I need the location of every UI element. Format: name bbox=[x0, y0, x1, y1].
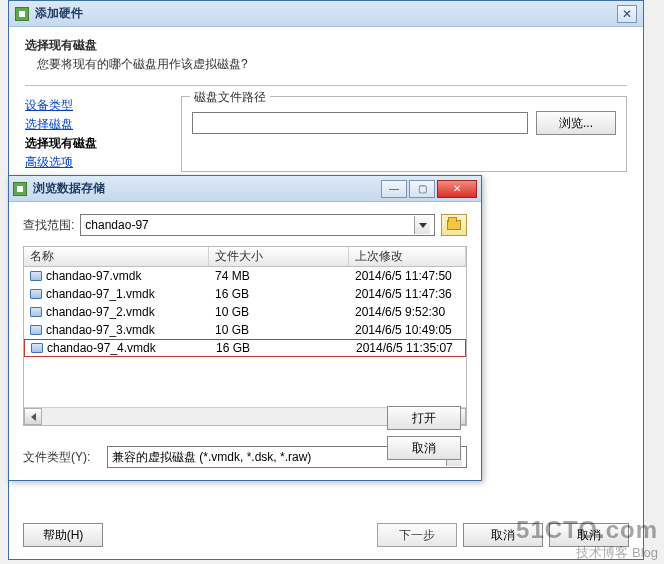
browse-datastore-dialog: 浏览数据存储 — ▢ ✕ 查找范围: chandao-97 名称 文件大小 上次… bbox=[8, 175, 482, 481]
file-size: 16 GB bbox=[209, 287, 349, 301]
filetype-label: 文件类型(Y): bbox=[23, 449, 101, 466]
file-row[interactable]: chandao-97_4.vmdk16 GB2014/6/5 11:35:07 bbox=[24, 339, 466, 357]
scope-select[interactable]: chandao-97 bbox=[80, 214, 435, 236]
browse-title: 浏览数据存储 bbox=[33, 180, 381, 197]
filetype-value: 兼容的虚拟磁盘 (*.vmdk, *.dsk, *.raw) bbox=[112, 449, 311, 466]
section-title: 选择现有磁盘 bbox=[25, 37, 627, 54]
scope-label: 查找范围: bbox=[23, 217, 74, 234]
file-name: chandao-97.vmdk bbox=[46, 269, 141, 283]
section-subtitle: 您要将现有的哪个磁盘用作该虚拟磁盘? bbox=[25, 56, 627, 73]
close-button[interactable]: ✕ bbox=[437, 180, 477, 198]
file-date: 2014/6/5 11:47:50 bbox=[349, 269, 466, 283]
nav-advanced-opts[interactable]: 高级选项 bbox=[25, 153, 165, 172]
vmware-icon bbox=[13, 182, 27, 196]
parent-titlebar[interactable]: 添加硬件 ✕ bbox=[9, 1, 643, 27]
file-row[interactable]: chandao-97.vmdk74 MB2014/6/5 11:47:50 bbox=[24, 267, 466, 285]
file-row[interactable]: chandao-97_2.vmdk10 GB2014/6/5 9:52:30 bbox=[24, 303, 466, 321]
file-date: 2014/6/5 10:49:05 bbox=[349, 323, 466, 337]
maximize-button[interactable]: ▢ bbox=[409, 180, 435, 198]
disk-icon bbox=[30, 325, 42, 335]
file-list-header: 名称 文件大小 上次修改 bbox=[24, 247, 466, 267]
disk-icon bbox=[30, 289, 42, 299]
chevron-down-icon bbox=[414, 216, 430, 234]
nav-device-type[interactable]: 设备类型 bbox=[25, 96, 165, 115]
file-date: 2014/6/5 11:47:36 bbox=[349, 287, 466, 301]
file-size: 74 MB bbox=[209, 269, 349, 283]
browse-body: 查找范围: chandao-97 名称 文件大小 上次修改 chandao-97… bbox=[9, 202, 481, 480]
next-button[interactable]: 取消 bbox=[463, 523, 543, 547]
wizard-nav: 设备类型 选择磁盘 选择现有磁盘 高级选项 bbox=[25, 96, 165, 172]
folder-up-icon bbox=[447, 220, 461, 230]
browse-button[interactable]: 浏览... bbox=[536, 111, 616, 135]
divider bbox=[25, 85, 627, 86]
file-size: 10 GB bbox=[209, 323, 349, 337]
nav-current-step: 选择现有磁盘 bbox=[25, 134, 165, 153]
disk-path-fieldset: 磁盘文件路径 浏览... bbox=[181, 96, 627, 172]
scope-value: chandao-97 bbox=[85, 218, 148, 232]
col-name[interactable]: 名称 bbox=[24, 247, 209, 266]
col-size[interactable]: 文件大小 bbox=[209, 247, 349, 266]
parent-body: 选择现有磁盘 您要将现有的哪个磁盘用作该虚拟磁盘? 设备类型 选择磁盘 选择现有… bbox=[9, 27, 643, 182]
disk-path-legend: 磁盘文件路径 bbox=[190, 89, 270, 106]
file-date: 2014/6/5 11:35:07 bbox=[350, 341, 465, 355]
col-date[interactable]: 上次修改 bbox=[349, 247, 466, 266]
file-list-body: chandao-97.vmdk74 MB2014/6/5 11:47:50cha… bbox=[24, 267, 466, 407]
nav-select-disk[interactable]: 选择磁盘 bbox=[25, 115, 165, 134]
file-name: chandao-97_2.vmdk bbox=[46, 305, 155, 319]
help-button[interactable]: 帮助(H) bbox=[23, 523, 103, 547]
disk-icon bbox=[30, 271, 42, 281]
file-name: chandao-97_4.vmdk bbox=[47, 341, 156, 355]
vmware-icon bbox=[15, 7, 29, 21]
file-list: 名称 文件大小 上次修改 chandao-97.vmdk74 MB2014/6/… bbox=[23, 246, 467, 426]
scroll-left-button[interactable] bbox=[24, 408, 42, 425]
browse-cancel-button[interactable]: 取消 bbox=[387, 436, 461, 460]
disk-icon bbox=[30, 307, 42, 317]
file-size: 10 GB bbox=[209, 305, 349, 319]
back-button[interactable]: 下一步 bbox=[377, 523, 457, 547]
file-row[interactable]: chandao-97_1.vmdk16 GB2014/6/5 11:47:36 bbox=[24, 285, 466, 303]
disk-icon bbox=[31, 343, 43, 353]
file-size: 16 GB bbox=[210, 341, 350, 355]
parent-footer: 帮助(H) 下一步 取消 取消 bbox=[9, 517, 643, 553]
file-date: 2014/6/5 9:52:30 bbox=[349, 305, 466, 319]
parent-close-button[interactable]: ✕ bbox=[617, 5, 637, 23]
browse-titlebar[interactable]: 浏览数据存储 — ▢ ✕ bbox=[9, 176, 481, 202]
file-row[interactable]: chandao-97_3.vmdk10 GB2014/6/5 10:49:05 bbox=[24, 321, 466, 339]
folder-up-button[interactable] bbox=[441, 214, 467, 236]
parent-title: 添加硬件 bbox=[35, 5, 617, 22]
disk-path-input[interactable] bbox=[192, 112, 528, 134]
open-button[interactable]: 打开 bbox=[387, 406, 461, 430]
minimize-button[interactable]: — bbox=[381, 180, 407, 198]
file-name: chandao-97_1.vmdk bbox=[46, 287, 155, 301]
file-name: chandao-97_3.vmdk bbox=[46, 323, 155, 337]
cancel-button[interactable]: 取消 bbox=[549, 523, 629, 547]
